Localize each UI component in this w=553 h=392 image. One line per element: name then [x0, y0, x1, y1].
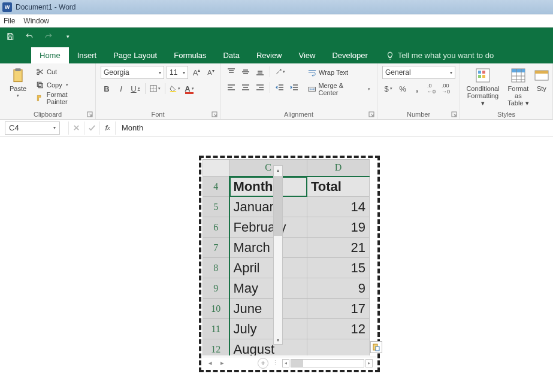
- formula-input[interactable]: Month: [115, 121, 553, 135]
- sheet-nav-next-icon[interactable]: ▸: [218, 359, 226, 367]
- cell[interactable]: July: [229, 319, 307, 339]
- cell[interactable]: 15: [307, 258, 370, 278]
- scroll-right-icon[interactable]: ▸: [365, 359, 373, 367]
- menu-file[interactable]: File: [4, 17, 15, 25]
- embedded-worksheet[interactable]: C D 4 Month Total 5January14 6February19…: [199, 156, 380, 372]
- row-header[interactable]: 4: [203, 177, 229, 197]
- name-box[interactable]: C4▾: [5, 121, 60, 135]
- wrap-text-button[interactable]: Wrap Text: [306, 66, 372, 79]
- row-header[interactable]: 7: [203, 238, 229, 258]
- align-middle-icon[interactable]: [240, 66, 252, 78]
- cell[interactable]: January: [229, 197, 307, 217]
- new-sheet-icon[interactable]: +: [258, 358, 268, 369]
- tab-developer[interactable]: Developer: [324, 47, 376, 63]
- row-header[interactable]: 8: [203, 258, 229, 278]
- increase-font-icon[interactable]: A▴: [191, 66, 203, 78]
- scroll-down-icon[interactable]: ▾: [273, 335, 283, 345]
- cell[interactable]: May: [229, 278, 307, 299]
- scroll-up-icon[interactable]: ▴: [273, 165, 283, 175]
- tab-data[interactable]: Data: [214, 47, 247, 63]
- cell[interactable]: March: [229, 238, 307, 258]
- cell[interactable]: 19: [307, 217, 370, 238]
- comma-format-icon[interactable]: ,: [411, 83, 423, 95]
- increase-decimal-icon[interactable]: .0←0: [425, 83, 437, 95]
- format-as-table-button[interactable]: Format as Table ▾: [504, 66, 532, 108]
- row-header[interactable]: 10: [203, 299, 229, 319]
- cancel-formula-icon[interactable]: [68, 121, 84, 135]
- conditional-formatting-button[interactable]: Conditional Formatting ▾: [465, 66, 501, 108]
- merge-center-button[interactable]: Merge & Center▾: [306, 83, 372, 96]
- font-launcher-icon[interactable]: [211, 111, 219, 118]
- cell[interactable]: April: [229, 258, 307, 278]
- paste-options-icon[interactable]: [370, 341, 382, 353]
- cell-styles-button[interactable]: Sty: [536, 66, 548, 93]
- redo-icon[interactable]: [42, 30, 55, 43]
- tab-home[interactable]: Home: [31, 47, 69, 63]
- italic-button[interactable]: I: [115, 83, 127, 95]
- enter-formula-icon[interactable]: [84, 121, 99, 135]
- accounting-format-icon[interactable]: $: [382, 83, 394, 95]
- number-format-combo[interactable]: General▾: [382, 66, 455, 79]
- copy-button[interactable]: Copy▾: [35, 79, 90, 91]
- vertical-scrollbar[interactable]: ▴ ▾: [273, 165, 283, 345]
- tab-formulas[interactable]: Formulas: [165, 47, 214, 63]
- align-right-icon[interactable]: [254, 81, 266, 93]
- menu-window[interactable]: Window: [23, 17, 49, 25]
- fx-icon[interactable]: fx: [99, 121, 115, 135]
- tab-review[interactable]: Review: [248, 47, 291, 63]
- cell[interactable]: 14: [307, 197, 370, 217]
- tab-insert[interactable]: Insert: [69, 47, 105, 63]
- undo-icon[interactable]: [23, 30, 36, 43]
- format-painter-button[interactable]: Format Painter: [35, 92, 90, 104]
- percent-format-icon[interactable]: %: [397, 83, 409, 95]
- cell[interactable]: February: [229, 217, 307, 238]
- cell[interactable]: August: [229, 339, 307, 356]
- fill-color-icon[interactable]: [169, 83, 181, 95]
- row-header[interactable]: 12: [203, 339, 229, 356]
- decrease-indent-icon[interactable]: [274, 81, 286, 93]
- cell[interactable]: [307, 339, 370, 356]
- borders-icon[interactable]: [149, 83, 161, 95]
- align-center-icon[interactable]: [240, 81, 252, 93]
- align-top-icon[interactable]: [225, 66, 237, 78]
- column-header-d[interactable]: D: [307, 160, 370, 177]
- row-header[interactable]: 9: [203, 278, 229, 299]
- row-header[interactable]: 6: [203, 217, 229, 238]
- tab-page-layout[interactable]: Page Layout: [105, 47, 165, 63]
- align-left-icon[interactable]: [225, 81, 237, 93]
- font-size-combo[interactable]: 11▾: [167, 66, 188, 79]
- paste-button[interactable]: Paste ▾: [5, 66, 31, 99]
- increase-indent-icon[interactable]: [288, 81, 300, 93]
- orientation-icon[interactable]: [274, 66, 286, 78]
- underline-button[interactable]: U: [129, 83, 141, 95]
- tell-me-search[interactable]: Tell me what you want to do: [380, 47, 500, 63]
- select-all-corner[interactable]: [203, 160, 229, 177]
- tab-view[interactable]: View: [291, 47, 324, 63]
- cell[interactable]: 21: [307, 238, 370, 258]
- clipboard-launcher-icon[interactable]: [87, 111, 94, 118]
- spreadsheet-grid[interactable]: C D 4 Month Total 5January14 6February19…: [203, 159, 370, 355]
- cut-button[interactable]: Cut: [35, 66, 90, 78]
- qat-customize-icon[interactable]: ▾: [61, 30, 74, 43]
- row-header[interactable]: 11: [203, 319, 229, 339]
- row-header[interactable]: 5: [203, 197, 229, 217]
- font-color-icon[interactable]: A: [183, 83, 195, 95]
- save-icon[interactable]: [4, 30, 17, 43]
- align-bottom-icon[interactable]: [254, 66, 266, 78]
- cell[interactable]: 9: [307, 278, 370, 299]
- cell[interactable]: 17: [307, 299, 370, 319]
- alignment-launcher-icon[interactable]: [368, 111, 376, 118]
- decrease-decimal-icon[interactable]: .00→0: [440, 83, 452, 95]
- cell[interactable]: June: [229, 299, 307, 319]
- number-launcher-icon[interactable]: [451, 111, 458, 118]
- font-name-combo[interactable]: Georgia▾: [101, 66, 164, 79]
- scroll-left-icon[interactable]: ◂: [282, 359, 289, 367]
- horizontal-scrollbar[interactable]: ◂ ▸: [282, 359, 373, 367]
- cell-c4[interactable]: Month: [229, 177, 307, 197]
- sheet-nav-prev-icon[interactable]: ◂: [206, 359, 214, 367]
- decrease-font-icon[interactable]: A▾: [205, 66, 217, 78]
- cell[interactable]: 12: [307, 319, 370, 339]
- column-header-c[interactable]: C: [229, 160, 307, 177]
- bold-button[interactable]: B: [101, 83, 113, 95]
- cell-d4[interactable]: Total: [307, 177, 370, 197]
